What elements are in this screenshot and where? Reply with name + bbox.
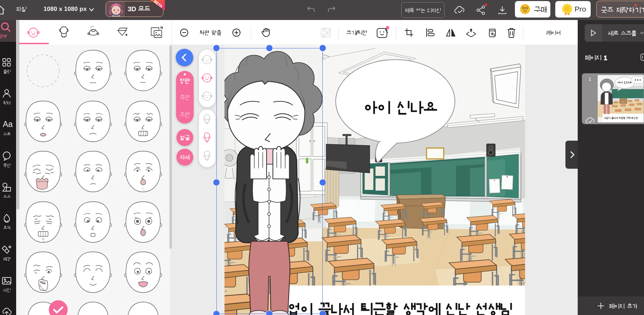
svg-text:/: / <box>356 30 358 35</box>
svg-text:1: 1 <box>604 55 607 61</box>
